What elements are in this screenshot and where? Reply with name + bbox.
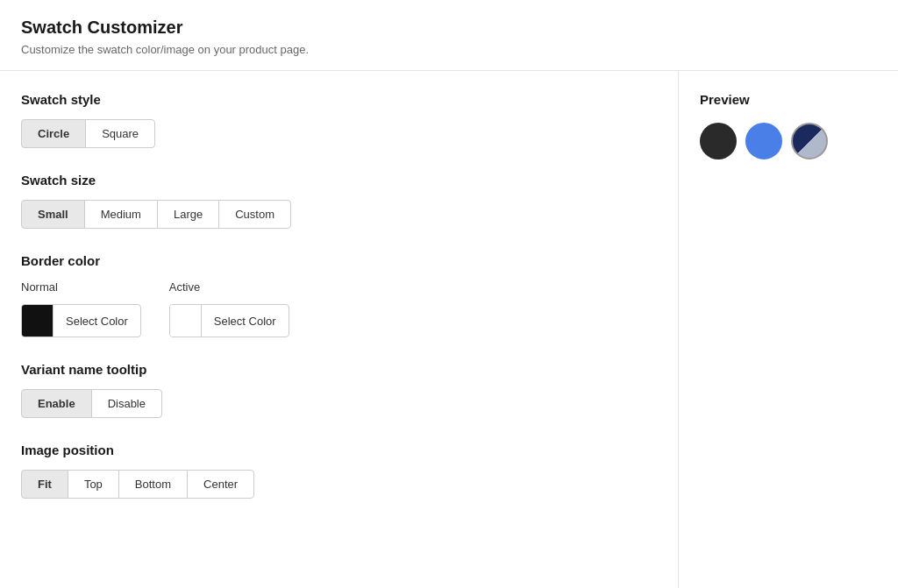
image-position-title: Image position: [21, 443, 657, 457]
swatch-size-custom-btn[interactable]: Custom: [218, 200, 291, 229]
image-position-bottom-btn[interactable]: Bottom: [118, 470, 188, 499]
swatch-size-group: Small Medium Large Custom: [21, 200, 657, 229]
preview-title: Preview: [700, 92, 877, 107]
border-color-normal-text: Select Color: [53, 308, 140, 335]
variant-tooltip-section: Variant name tooltip Enable Disable: [21, 362, 657, 418]
main-panel: Swatch style Circle Square Swatch size S…: [0, 71, 679, 588]
swatch-size-large-btn[interactable]: Large: [157, 200, 219, 229]
page-title: Swatch Customizer: [21, 18, 877, 38]
swatch-size-small-btn[interactable]: Small: [21, 200, 85, 229]
page-subtitle: Customize the swatch color/image on your…: [21, 43, 877, 56]
image-position-section: Image position Fit Top Bottom Center: [21, 443, 657, 499]
image-position-center-btn[interactable]: Center: [187, 470, 254, 499]
variant-tooltip-title: Variant name tooltip: [21, 362, 657, 377]
swatch-style-title: Swatch style: [21, 92, 657, 107]
border-color-normal-btn[interactable]: Select Color: [21, 304, 141, 337]
swatch-size-section: Swatch size Small Medium Large Custom: [21, 173, 657, 229]
preview-panel: Preview: [679, 71, 898, 588]
swatch-style-circle-btn[interactable]: Circle: [21, 119, 86, 148]
image-position-fit-btn[interactable]: Fit: [21, 470, 68, 499]
preview-swatch-blue[interactable]: [745, 123, 782, 159]
border-color-title: Border color: [21, 253, 657, 268]
page-header: Swatch Customizer Customize the swatch c…: [0, 0, 898, 71]
swatch-style-group: Circle Square: [21, 119, 657, 148]
border-color-row: Normal Select Color Active Select Color: [21, 280, 657, 337]
preview-swatches: [700, 123, 877, 159]
swatch-style-section: Swatch style Circle Square: [21, 92, 657, 148]
swatch-size-title: Swatch size: [21, 173, 657, 188]
border-color-normal-label: Normal: [21, 280, 141, 294]
preview-swatch-split[interactable]: [791, 123, 828, 159]
border-color-section: Border color Normal Select Color Active: [21, 253, 657, 337]
border-color-normal-group: Normal Select Color: [21, 280, 141, 337]
image-position-top-btn[interactable]: Top: [68, 470, 119, 499]
border-color-normal-swatch: [22, 305, 53, 337]
border-color-active-swatch: [170, 305, 202, 337]
variant-tooltip-enable-btn[interactable]: Enable: [21, 389, 92, 418]
border-color-active-group: Active Select Color: [169, 280, 289, 337]
preview-swatch-black[interactable]: [700, 123, 737, 159]
content-area: Swatch style Circle Square Swatch size S…: [0, 71, 898, 588]
border-color-active-label: Active: [169, 280, 289, 294]
variant-tooltip-group: Enable Disable: [21, 389, 657, 418]
swatch-style-square-btn[interactable]: Square: [85, 119, 155, 148]
variant-tooltip-disable-btn[interactable]: Disable: [91, 389, 162, 418]
border-color-active-btn[interactable]: Select Color: [169, 304, 289, 337]
swatch-size-medium-btn[interactable]: Medium: [84, 200, 158, 229]
image-position-group: Fit Top Bottom Center: [21, 470, 657, 499]
border-color-active-text: Select Color: [202, 308, 289, 335]
